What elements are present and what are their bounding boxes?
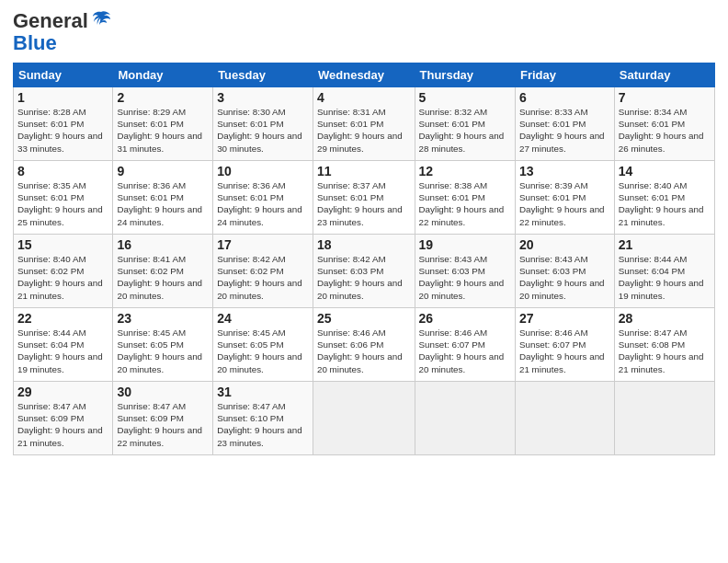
day-info: Sunrise: 8:38 AMSunset: 6:01 PMDaylight:… <box>419 179 511 228</box>
calendar-day-cell: 13Sunrise: 8:39 AMSunset: 6:01 PMDayligh… <box>515 161 614 235</box>
day-number: 6 <box>519 90 610 105</box>
day-number: 21 <box>619 237 711 252</box>
calendar-day-cell: 2Sunrise: 8:29 AMSunset: 6:01 PMDaylight… <box>113 87 213 161</box>
day-number: 18 <box>317 237 411 252</box>
day-info: Sunrise: 8:45 AMSunset: 6:05 PMDaylight:… <box>117 327 209 375</box>
day-number: 9 <box>117 164 209 178</box>
day-info: Sunrise: 8:34 AMSunset: 6:01 PMDaylight:… <box>619 106 711 155</box>
calendar-day-cell: 24Sunrise: 8:45 AMSunset: 6:05 PMDayligh… <box>213 308 313 382</box>
day-info: Sunrise: 8:47 AMSunset: 6:08 PMDaylight:… <box>619 327 711 375</box>
calendar-day-cell: 8Sunrise: 8:35 AMSunset: 6:01 PMDaylight… <box>14 161 113 235</box>
calendar-day-cell <box>515 382 614 455</box>
day-number: 11 <box>317 164 411 178</box>
calendar-day-cell: 7Sunrise: 8:34 AMSunset: 6:01 PMDaylight… <box>614 87 714 161</box>
day-number: 1 <box>17 90 108 105</box>
day-info: Sunrise: 8:28 AMSunset: 6:01 PMDaylight:… <box>17 106 108 155</box>
day-number: 12 <box>419 164 511 178</box>
calendar-day-cell: 27Sunrise: 8:46 AMSunset: 6:07 PMDayligh… <box>515 308 614 382</box>
day-number: 17 <box>217 237 309 252</box>
day-info: Sunrise: 8:47 AMSunset: 6:09 PMDaylight:… <box>17 400 108 449</box>
calendar-day-cell: 21Sunrise: 8:44 AMSunset: 6:04 PMDayligh… <box>614 235 714 308</box>
day-info: Sunrise: 8:43 AMSunset: 6:03 PMDaylight:… <box>519 253 610 302</box>
day-info: Sunrise: 8:44 AMSunset: 6:04 PMDaylight:… <box>619 253 711 302</box>
calendar-day-cell: 22Sunrise: 8:44 AMSunset: 6:04 PMDayligh… <box>14 308 113 382</box>
day-number: 29 <box>17 385 108 399</box>
calendar-day-cell: 9Sunrise: 8:36 AMSunset: 6:01 PMDaylight… <box>113 161 213 235</box>
day-info: Sunrise: 8:36 AMSunset: 6:01 PMDaylight:… <box>117 179 209 228</box>
calendar-day-cell: 31Sunrise: 8:47 AMSunset: 6:10 PMDayligh… <box>213 382 313 455</box>
day-info: Sunrise: 8:40 AMSunset: 6:01 PMDaylight:… <box>619 179 711 228</box>
calendar-header-cell: Tuesday <box>213 63 313 87</box>
day-number: 15 <box>17 237 108 252</box>
day-number: 3 <box>217 90 309 105</box>
day-info: Sunrise: 8:45 AMSunset: 6:05 PMDaylight:… <box>217 327 309 375</box>
calendar-day-cell: 14Sunrise: 8:40 AMSunset: 6:01 PMDayligh… <box>614 161 714 235</box>
calendar-day-cell: 15Sunrise: 8:40 AMSunset: 6:02 PMDayligh… <box>14 235 113 308</box>
calendar-day-cell: 4Sunrise: 8:31 AMSunset: 6:01 PMDaylight… <box>313 87 415 161</box>
day-info: Sunrise: 8:44 AMSunset: 6:04 PMDaylight:… <box>17 327 108 375</box>
header: General Blue <box>13 9 715 55</box>
calendar-day-cell <box>415 382 515 455</box>
day-info: Sunrise: 8:32 AMSunset: 6:01 PMDaylight:… <box>419 106 511 155</box>
day-number: 2 <box>117 90 209 105</box>
day-info: Sunrise: 8:31 AMSunset: 6:01 PMDaylight:… <box>317 106 411 155</box>
logo: General Blue <box>13 9 112 55</box>
day-info: Sunrise: 8:29 AMSunset: 6:01 PMDaylight:… <box>117 106 209 155</box>
calendar-day-cell: 18Sunrise: 8:42 AMSunset: 6:03 PMDayligh… <box>313 235 415 308</box>
day-info: Sunrise: 8:40 AMSunset: 6:02 PMDaylight:… <box>17 253 108 302</box>
day-info: Sunrise: 8:39 AMSunset: 6:01 PMDaylight:… <box>519 179 610 228</box>
calendar-week-row: 8Sunrise: 8:35 AMSunset: 6:01 PMDaylight… <box>14 161 715 235</box>
calendar-day-cell: 25Sunrise: 8:46 AMSunset: 6:06 PMDayligh… <box>313 308 415 382</box>
day-info: Sunrise: 8:46 AMSunset: 6:07 PMDaylight:… <box>419 327 511 375</box>
calendar-header-cell: Monday <box>113 63 213 87</box>
day-number: 31 <box>217 385 309 399</box>
calendar-day-cell: 10Sunrise: 8:36 AMSunset: 6:01 PMDayligh… <box>213 161 313 235</box>
logo-bird-icon <box>90 10 112 32</box>
day-info: Sunrise: 8:33 AMSunset: 6:01 PMDaylight:… <box>519 106 610 155</box>
day-info: Sunrise: 8:47 AMSunset: 6:10 PMDaylight:… <box>217 400 309 449</box>
calendar-day-cell <box>313 382 415 455</box>
calendar-day-cell: 28Sunrise: 8:47 AMSunset: 6:08 PMDayligh… <box>614 308 714 382</box>
calendar-day-cell: 20Sunrise: 8:43 AMSunset: 6:03 PMDayligh… <box>515 235 614 308</box>
calendar-header-cell: Saturday <box>614 63 714 87</box>
day-info: Sunrise: 8:36 AMSunset: 6:01 PMDaylight:… <box>217 179 309 228</box>
day-info: Sunrise: 8:46 AMSunset: 6:07 PMDaylight:… <box>519 327 610 375</box>
day-number: 22 <box>17 311 108 326</box>
calendar-day-cell: 11Sunrise: 8:37 AMSunset: 6:01 PMDayligh… <box>313 161 415 235</box>
day-number: 20 <box>519 237 610 252</box>
day-number: 19 <box>419 237 511 252</box>
calendar-body: 1Sunrise: 8:28 AMSunset: 6:01 PMDaylight… <box>14 87 715 455</box>
calendar-day-cell: 26Sunrise: 8:46 AMSunset: 6:07 PMDayligh… <box>415 308 515 382</box>
day-number: 16 <box>117 237 209 252</box>
day-number: 30 <box>117 385 209 399</box>
day-info: Sunrise: 8:47 AMSunset: 6:09 PMDaylight:… <box>117 400 209 449</box>
calendar-week-row: 15Sunrise: 8:40 AMSunset: 6:02 PMDayligh… <box>14 235 715 308</box>
day-number: 24 <box>217 311 309 326</box>
calendar-table: SundayMondayTuesdayWednesdayThursdayFrid… <box>13 63 715 455</box>
day-number: 13 <box>519 164 610 178</box>
day-number: 25 <box>317 311 411 326</box>
calendar-day-cell: 23Sunrise: 8:45 AMSunset: 6:05 PMDayligh… <box>113 308 213 382</box>
day-number: 10 <box>217 164 309 178</box>
day-info: Sunrise: 8:42 AMSunset: 6:03 PMDaylight:… <box>317 253 411 302</box>
day-number: 7 <box>619 90 711 105</box>
day-number: 14 <box>619 164 711 178</box>
day-number: 23 <box>117 311 209 326</box>
day-info: Sunrise: 8:35 AMSunset: 6:01 PMDaylight:… <box>17 179 108 228</box>
day-info: Sunrise: 8:43 AMSunset: 6:03 PMDaylight:… <box>419 253 511 302</box>
day-number: 27 <box>519 311 610 326</box>
logo-blue-text: Blue <box>13 31 57 54</box>
calendar-header-cell: Sunday <box>14 63 113 87</box>
calendar-day-cell <box>614 382 714 455</box>
calendar-day-cell: 3Sunrise: 8:30 AMSunset: 6:01 PMDaylight… <box>213 87 313 161</box>
calendar-day-cell: 30Sunrise: 8:47 AMSunset: 6:09 PMDayligh… <box>113 382 213 455</box>
calendar-header-cell: Thursday <box>415 63 515 87</box>
calendar-day-cell: 16Sunrise: 8:41 AMSunset: 6:02 PMDayligh… <box>113 235 213 308</box>
day-number: 4 <box>317 90 411 105</box>
day-number: 28 <box>619 311 711 326</box>
calendar-header-row: SundayMondayTuesdayWednesdayThursdayFrid… <box>14 63 715 87</box>
day-info: Sunrise: 8:46 AMSunset: 6:06 PMDaylight:… <box>317 327 411 375</box>
calendar-week-row: 22Sunrise: 8:44 AMSunset: 6:04 PMDayligh… <box>14 308 715 382</box>
calendar-day-cell: 1Sunrise: 8:28 AMSunset: 6:01 PMDaylight… <box>14 87 113 161</box>
day-info: Sunrise: 8:41 AMSunset: 6:02 PMDaylight:… <box>117 253 209 302</box>
